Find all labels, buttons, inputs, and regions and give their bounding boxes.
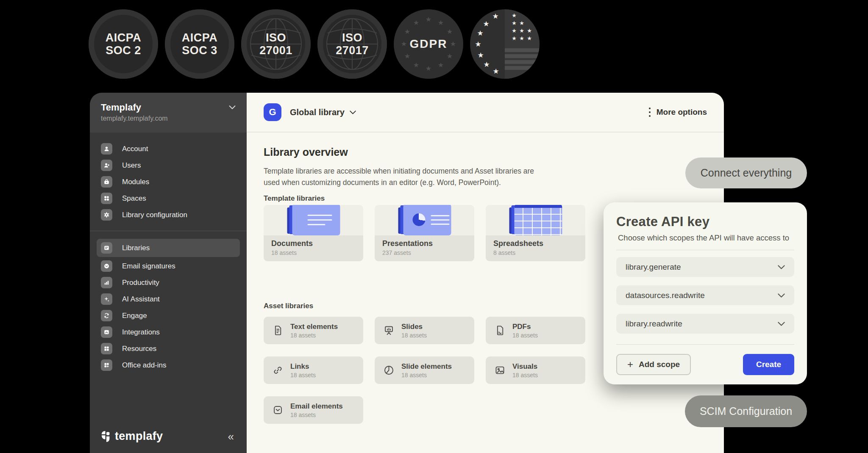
gear-icon (101, 209, 112, 221)
sparkle-icon (101, 293, 112, 305)
library-topbar: G Global library More options (247, 93, 724, 133)
sidebar-item-office-add-ins[interactable]: Office add-ins (90, 357, 247, 373)
create-api-key-panel: Create API key Choose which scopes the A… (604, 202, 807, 384)
divider (616, 344, 794, 345)
library-name: Global library (290, 108, 345, 117)
link-icon (271, 365, 284, 376)
email-circle-icon (101, 260, 112, 272)
badge-gdpr: ★ ★ ★ ★ ★ ★ ★ ★ ★ ★ ★ ★ GDPR (394, 9, 463, 79)
badge-iso-27017: ISO27017 (317, 9, 387, 79)
templafy-logo: templafy (101, 430, 163, 443)
sidebar-item-resources[interactable]: Resources (90, 340, 247, 357)
collapse-sidebar-icon[interactable]: « (228, 431, 234, 442)
sidebar-footer: templafy « (101, 430, 234, 443)
add-scope-button[interactable]: + Add scope (616, 354, 691, 375)
asset-card-slides[interactable]: Slides18 assets (375, 317, 474, 344)
pie-chart-graphic (412, 213, 425, 226)
pie-chart-icon (382, 365, 395, 376)
chevron-down-icon (778, 265, 785, 269)
templafy-wordmark: templafy (115, 430, 163, 443)
asset-card-links[interactable]: Links18 assets (264, 356, 363, 384)
user-plus-icon (101, 160, 112, 171)
badge-aicpa-soc2: AICPASOC 2 (89, 9, 158, 79)
more-options-button[interactable]: More options (649, 107, 707, 118)
scim-configuration-pill[interactable]: SCIM Configuration (685, 395, 807, 427)
envelope-icon (271, 404, 284, 416)
asset-card-email-elements[interactable]: Email elements18 assets (264, 396, 363, 424)
libraries-icon (101, 242, 112, 254)
kebab-icon (649, 107, 651, 118)
asset-card-slide-elements[interactable]: Slide elements18 assets (375, 356, 474, 384)
sidebar-item-integrations[interactable]: Integrations (90, 324, 247, 340)
refresh-icon (101, 310, 112, 321)
grid-icon (101, 343, 112, 354)
chevron-down-icon (229, 105, 236, 109)
tray-up-icon (101, 326, 112, 338)
badge-iso-27001: ISO27001 (241, 9, 311, 79)
asset-card-visuals[interactable]: Visuals18 assets (486, 356, 585, 384)
sidebar-item-libraries[interactable]: Libraries (97, 239, 240, 257)
org-switcher[interactable]: Templafy templafy.templafy.com (90, 93, 247, 133)
template-card-documents[interactable]: Documents 18 assets (264, 205, 363, 261)
page-description: Template libraries are accessible when i… (264, 166, 535, 188)
template-card-presentations[interactable]: Presentations 237 assets (375, 205, 474, 261)
grid-plus-icon (101, 359, 112, 371)
scope-select-3[interactable]: library.readwrite (616, 314, 794, 334)
template-libraries-label: Template libraries (264, 194, 325, 203)
sidebar-item-productivity[interactable]: Productivity (90, 274, 247, 291)
asset-card-text-elements[interactable]: Text elements18 assets (264, 317, 363, 344)
connect-everything-pill[interactable]: Connect everything (685, 157, 807, 188)
asset-libraries-label: Asset libraries (264, 302, 313, 310)
user-icon (101, 143, 112, 155)
chevron-down-icon (350, 110, 356, 114)
sidebar-item-library-configuration[interactable]: Library configuration (90, 207, 247, 223)
asset-libraries-grid: Text elements18 assets Slides18 assets P… (264, 317, 585, 424)
api-panel-subtitle: Choose which scopes the API will have ac… (618, 233, 794, 243)
sidebar-item-spaces[interactable]: Spaces (90, 190, 247, 207)
badge-aicpa-soc3: AICPASOC 3 (165, 9, 234, 79)
briefcase-icon (101, 176, 112, 188)
sidebar-item-users[interactable]: Users (90, 157, 247, 174)
divider (616, 250, 794, 250)
page: AICPASOC 2 AICPASOC 3 ISO27001 ISO27017 … (0, 0, 868, 453)
chevron-down-icon (778, 293, 785, 298)
templafy-logo-mark (101, 431, 111, 442)
sidebar-nav-admin: Account Users Modules Spaces Library con… (90, 133, 247, 223)
sidebar: Templafy templafy.templafy.com Account U… (90, 93, 247, 453)
page-title: Library overview (264, 146, 348, 158)
template-libraries-row: Documents 18 assets (264, 205, 585, 261)
tiles-icon (101, 193, 112, 204)
scope-select-1[interactable]: library.generate (616, 257, 794, 277)
pdf-document-icon (493, 325, 506, 336)
template-card-spreadsheets[interactable]: Spreadsheets 8 assets (486, 205, 585, 261)
plus-icon: + (627, 359, 633, 370)
sidebar-item-modules[interactable]: Modules (90, 174, 247, 190)
documents-illustration (287, 205, 340, 235)
spreadsheets-illustration (509, 205, 562, 235)
library-switcher[interactable]: G Global library (264, 103, 356, 121)
sidebar-nav-modules: Libraries Email signatures Productivity … (90, 231, 247, 373)
chevron-down-icon (778, 322, 785, 326)
presentations-illustration (398, 205, 451, 235)
compliance-badges: AICPASOC 2 AICPASOC 3 ISO27001 ISO27017 … (89, 9, 540, 79)
bar-chart-icon (101, 277, 112, 288)
easel-icon (382, 325, 395, 336)
scope-select-2[interactable]: datasources.readwrite (616, 285, 794, 305)
sidebar-item-ai-assistant[interactable]: AI Assistant (90, 291, 247, 307)
sidebar-item-email-signatures[interactable]: Email signatures (90, 258, 247, 274)
text-document-icon (271, 325, 284, 336)
sidebar-item-engage[interactable]: Engage (90, 307, 247, 324)
library-avatar: G (264, 103, 281, 121)
sidebar-item-account[interactable]: Account (90, 141, 247, 157)
asset-card-pdfs[interactable]: PDFs18 assets (486, 317, 585, 344)
badge-eu-us-privacy-shield: ★ ★ ★ ★ ★ ★ ★ ★ ★ ★ ★ ★ ★ ★ ★ ★ (470, 9, 540, 79)
org-domain: templafy.templafy.com (101, 115, 236, 122)
image-icon (493, 365, 506, 376)
org-name: Templafy (101, 102, 236, 113)
api-panel-title: Create API key (616, 214, 794, 229)
create-button[interactable]: Create (743, 354, 794, 375)
